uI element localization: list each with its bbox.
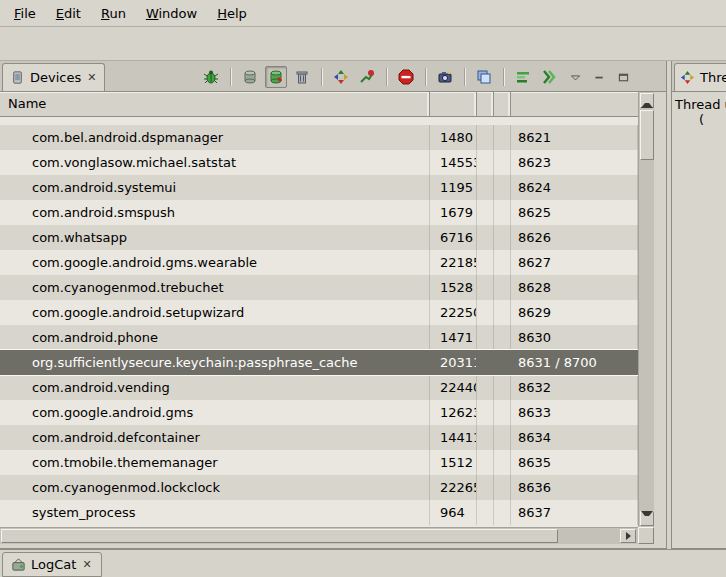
empty-cell-2 <box>494 175 511 200</box>
table-row[interactable]: com.vonglasow.michael.satstat145538623 <box>0 150 638 175</box>
pid-cell: 14411 <box>430 425 477 450</box>
systrace-icon[interactable] <box>512 66 534 88</box>
devices-tabbar: Devices ✕ <box>0 61 666 92</box>
menu-run[interactable]: Run <box>91 2 136 25</box>
port-cell: 8629 <box>511 300 638 325</box>
process-name-cell: com.google.android.setupwizard <box>0 300 430 325</box>
stop-process-icon[interactable] <box>395 66 417 88</box>
menu-file[interactable]: File <box>4 2 46 25</box>
pid-cell: 1471 <box>430 325 477 350</box>
maximize-icon[interactable] <box>614 68 632 86</box>
minimize-icon[interactable] <box>590 68 608 86</box>
column-header-empty-2[interactable] <box>494 92 511 116</box>
empty-cell-2 <box>494 125 511 150</box>
tab-threads[interactable]: Threads ✕ <box>674 63 726 91</box>
table-row[interactable]: system_process9648637 <box>0 500 638 525</box>
table-row[interactable]: com.android.defcontainer144118634 <box>0 425 638 450</box>
scroll-down-button[interactable] <box>640 511 654 526</box>
empty-cell-1 <box>477 225 494 250</box>
tab-devices[interactable]: Devices ✕ <box>2 63 105 91</box>
empty-cell-1 <box>477 250 494 275</box>
table-row[interactable]: org.sufficientlysecure.keychain:passphra… <box>0 350 638 375</box>
horizontal-scrollbar[interactable] <box>0 527 638 544</box>
table-row[interactable]: com.cyanogenmod.trebuchet15288628 <box>0 275 638 300</box>
empty-cell-2 <box>494 275 511 300</box>
column-header-name[interactable]: Name <box>0 92 430 116</box>
column-header-empty-1[interactable] <box>477 92 494 116</box>
table-row[interactable]: com.android.vending224408632 <box>0 375 638 400</box>
view-menu-icon[interactable] <box>566 68 584 86</box>
empty-cell-2 <box>494 450 511 475</box>
port-cell: 8632 <box>511 375 638 400</box>
threads-message-line-1: Thread up <box>675 97 723 112</box>
menubar: File Edit Run Window Help <box>0 0 726 27</box>
toolbar-separator <box>321 68 322 86</box>
vertical-scrollbar-thumb[interactable] <box>640 110 654 160</box>
table-row[interactable]: com.tmobile.thememanager15128635 <box>0 450 638 475</box>
table-row[interactable]: com.cyanogenmod.lockclock222658636 <box>0 475 638 500</box>
threads-tab-icon <box>680 70 695 85</box>
port-cell: 8630 <box>511 325 638 350</box>
menu-help[interactable]: Help <box>207 2 257 25</box>
table-row[interactable]: com.bel.android.dspmanager14808621 <box>0 125 638 150</box>
horizontal-scrollbar-thumb[interactable] <box>1 529 558 543</box>
empty-cell-1 <box>477 300 494 325</box>
pid-cell: 12623 <box>430 400 477 425</box>
table-row[interactable]: com.android.smspush16798625 <box>0 200 638 225</box>
port-cell: 8634 <box>511 425 638 450</box>
empty-cell-2 <box>494 400 511 425</box>
tab-logcat[interactable]: LogCat ✕ <box>2 552 102 577</box>
bottom-strip: LogCat ✕ <box>0 549 726 577</box>
threads-message-line-2: ( <box>675 112 723 127</box>
pid-cell: 964 <box>430 500 477 525</box>
empty-cell-1 <box>477 475 494 500</box>
close-icon[interactable]: ✕ <box>86 71 97 84</box>
toolbar-separator <box>425 68 426 86</box>
process-name-cell: com.android.smspush <box>0 200 430 225</box>
devices-toolbar <box>200 64 632 90</box>
update-heap-icon[interactable] <box>239 66 261 88</box>
empty-cell-1 <box>477 425 494 450</box>
scroll-up-button[interactable] <box>640 93 654 108</box>
threads-tabbar: Threads ✕ <box>672 61 726 92</box>
pid-cell: 22440 <box>430 375 477 400</box>
vertical-scrollbar[interactable] <box>638 92 654 527</box>
scroll-right-button[interactable] <box>620 529 636 543</box>
table-row[interactable]: com.google.android.gms.wearable221858627 <box>0 250 638 275</box>
menu-edit[interactable]: Edit <box>46 2 91 25</box>
column-header-port[interactable] <box>511 92 638 116</box>
empty-cell-2 <box>494 350 511 375</box>
empty-cell-1 <box>477 275 494 300</box>
process-name-cell: system_process <box>0 500 430 525</box>
arrow-down-icon <box>641 511 653 526</box>
process-name-cell: com.android.vending <box>0 375 430 400</box>
empty-cell-1 <box>477 375 494 400</box>
opengl-trace-icon[interactable] <box>538 66 560 88</box>
port-cell: 8626 <box>511 225 638 250</box>
process-name-cell: com.bel.android.dspmanager <box>0 125 430 150</box>
table-header: Name <box>0 92 638 117</box>
table-row[interactable]: com.android.systemui11958624 <box>0 175 638 200</box>
process-name-cell: com.cyanogenmod.trebuchet <box>0 275 430 300</box>
screen-capture-icon[interactable] <box>434 66 456 88</box>
menu-window[interactable]: Window <box>136 2 207 25</box>
cause-gc-icon[interactable] <box>291 66 313 88</box>
dump-hprof-icon[interactable] <box>265 66 287 88</box>
empty-cell-2 <box>494 475 511 500</box>
table-row[interactable]: com.whatsapp67168626 <box>0 225 638 250</box>
port-cell: 8628 <box>511 275 638 300</box>
table-row[interactable]: com.google.android.gms126238633 <box>0 400 638 425</box>
pid-cell: 1528 <box>430 275 477 300</box>
column-header-pid[interactable] <box>430 92 477 116</box>
port-cell: 8631 / 8700 <box>511 350 638 375</box>
empty-cell-2 <box>494 200 511 225</box>
debug-icon[interactable] <box>200 66 222 88</box>
view-hierarchy-icon[interactable] <box>473 66 495 88</box>
update-threads-icon[interactable] <box>330 66 352 88</box>
devices-tab-label: Devices <box>30 70 81 85</box>
table-row[interactable]: com.google.android.setupwizard222508629 <box>0 300 638 325</box>
table-row[interactable]: com.android.phone14718630 <box>0 325 638 350</box>
method-profiling-icon[interactable] <box>356 66 378 88</box>
empty-cell-2 <box>494 500 511 525</box>
close-icon[interactable]: ✕ <box>81 558 92 571</box>
